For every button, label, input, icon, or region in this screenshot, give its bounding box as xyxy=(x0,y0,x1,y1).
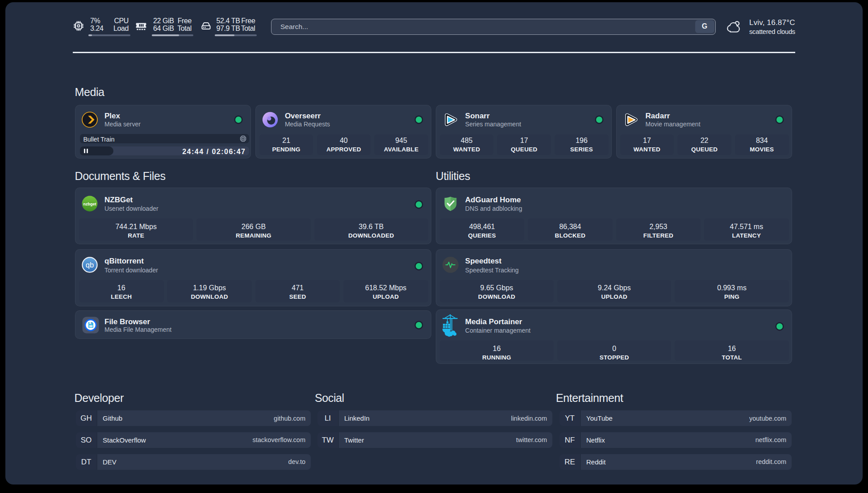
svg-text:qb: qb xyxy=(86,261,94,269)
svg-text:nzbget: nzbget xyxy=(83,201,96,206)
